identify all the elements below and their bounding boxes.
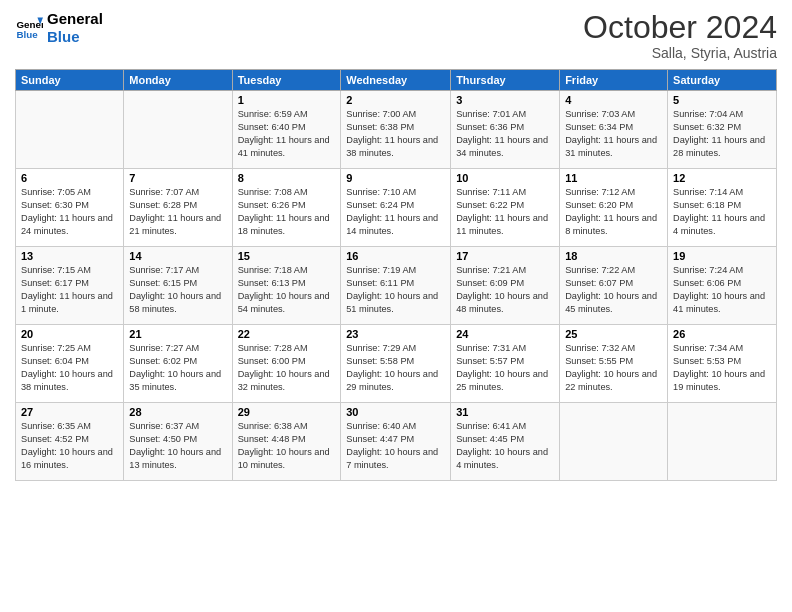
day-number: 25 bbox=[565, 328, 662, 340]
header: General Blue General Blue October 2024 S… bbox=[15, 10, 777, 61]
month-title: October 2024 bbox=[583, 10, 777, 45]
day-number: 8 bbox=[238, 172, 336, 184]
logo-general: General bbox=[47, 10, 103, 28]
calendar-cell: 18Sunrise: 7:22 AM Sunset: 6:07 PM Dayli… bbox=[560, 247, 668, 325]
calendar-cell: 1Sunrise: 6:59 AM Sunset: 6:40 PM Daylig… bbox=[232, 91, 341, 169]
day-number: 10 bbox=[456, 172, 554, 184]
calendar-cell: 8Sunrise: 7:08 AM Sunset: 6:26 PM Daylig… bbox=[232, 169, 341, 247]
day-header-sunday: Sunday bbox=[16, 70, 124, 91]
day-number: 4 bbox=[565, 94, 662, 106]
calendar-cell: 31Sunrise: 6:41 AM Sunset: 4:45 PM Dayli… bbox=[451, 403, 560, 481]
logo-icon: General Blue bbox=[15, 14, 43, 42]
day-number: 20 bbox=[21, 328, 118, 340]
calendar-cell: 26Sunrise: 7:34 AM Sunset: 5:53 PM Dayli… bbox=[668, 325, 777, 403]
day-number: 26 bbox=[673, 328, 771, 340]
calendar-table: SundayMondayTuesdayWednesdayThursdayFrid… bbox=[15, 69, 777, 481]
day-info: Sunrise: 7:05 AM Sunset: 6:30 PM Dayligh… bbox=[21, 186, 118, 238]
day-header-thursday: Thursday bbox=[451, 70, 560, 91]
calendar-cell: 7Sunrise: 7:07 AM Sunset: 6:28 PM Daylig… bbox=[124, 169, 232, 247]
calendar-cell: 27Sunrise: 6:35 AM Sunset: 4:52 PM Dayli… bbox=[16, 403, 124, 481]
calendar-cell: 13Sunrise: 7:15 AM Sunset: 6:17 PM Dayli… bbox=[16, 247, 124, 325]
day-header-tuesday: Tuesday bbox=[232, 70, 341, 91]
day-info: Sunrise: 7:25 AM Sunset: 6:04 PM Dayligh… bbox=[21, 342, 118, 394]
day-header-saturday: Saturday bbox=[668, 70, 777, 91]
day-info: Sunrise: 7:07 AM Sunset: 6:28 PM Dayligh… bbox=[129, 186, 226, 238]
calendar-cell bbox=[560, 403, 668, 481]
day-number: 14 bbox=[129, 250, 226, 262]
day-info: Sunrise: 7:32 AM Sunset: 5:55 PM Dayligh… bbox=[565, 342, 662, 394]
week-row-4: 20Sunrise: 7:25 AM Sunset: 6:04 PM Dayli… bbox=[16, 325, 777, 403]
day-info: Sunrise: 7:15 AM Sunset: 6:17 PM Dayligh… bbox=[21, 264, 118, 316]
calendar-cell: 9Sunrise: 7:10 AM Sunset: 6:24 PM Daylig… bbox=[341, 169, 451, 247]
day-number: 5 bbox=[673, 94, 771, 106]
calendar-cell bbox=[16, 91, 124, 169]
calendar-cell: 22Sunrise: 7:28 AM Sunset: 6:00 PM Dayli… bbox=[232, 325, 341, 403]
week-row-5: 27Sunrise: 6:35 AM Sunset: 4:52 PM Dayli… bbox=[16, 403, 777, 481]
calendar-cell: 14Sunrise: 7:17 AM Sunset: 6:15 PM Dayli… bbox=[124, 247, 232, 325]
day-info: Sunrise: 6:38 AM Sunset: 4:48 PM Dayligh… bbox=[238, 420, 336, 472]
day-info: Sunrise: 6:59 AM Sunset: 6:40 PM Dayligh… bbox=[238, 108, 336, 160]
day-number: 19 bbox=[673, 250, 771, 262]
week-row-1: 1Sunrise: 6:59 AM Sunset: 6:40 PM Daylig… bbox=[16, 91, 777, 169]
day-info: Sunrise: 7:34 AM Sunset: 5:53 PM Dayligh… bbox=[673, 342, 771, 394]
calendar-cell: 25Sunrise: 7:32 AM Sunset: 5:55 PM Dayli… bbox=[560, 325, 668, 403]
day-info: Sunrise: 6:37 AM Sunset: 4:50 PM Dayligh… bbox=[129, 420, 226, 472]
day-number: 6 bbox=[21, 172, 118, 184]
day-number: 24 bbox=[456, 328, 554, 340]
day-number: 1 bbox=[238, 94, 336, 106]
day-info: Sunrise: 7:24 AM Sunset: 6:06 PM Dayligh… bbox=[673, 264, 771, 316]
day-info: Sunrise: 7:01 AM Sunset: 6:36 PM Dayligh… bbox=[456, 108, 554, 160]
day-info: Sunrise: 7:21 AM Sunset: 6:09 PM Dayligh… bbox=[456, 264, 554, 316]
calendar-cell: 10Sunrise: 7:11 AM Sunset: 6:22 PM Dayli… bbox=[451, 169, 560, 247]
day-number: 16 bbox=[346, 250, 445, 262]
calendar-page: General Blue General Blue October 2024 S… bbox=[0, 0, 792, 612]
day-info: Sunrise: 7:00 AM Sunset: 6:38 PM Dayligh… bbox=[346, 108, 445, 160]
day-info: Sunrise: 7:03 AM Sunset: 6:34 PM Dayligh… bbox=[565, 108, 662, 160]
calendar-cell bbox=[668, 403, 777, 481]
day-info: Sunrise: 7:04 AM Sunset: 6:32 PM Dayligh… bbox=[673, 108, 771, 160]
day-number: 22 bbox=[238, 328, 336, 340]
location: Salla, Styria, Austria bbox=[583, 45, 777, 61]
day-info: Sunrise: 7:14 AM Sunset: 6:18 PM Dayligh… bbox=[673, 186, 771, 238]
calendar-cell: 3Sunrise: 7:01 AM Sunset: 6:36 PM Daylig… bbox=[451, 91, 560, 169]
calendar-cell: 11Sunrise: 7:12 AM Sunset: 6:20 PM Dayli… bbox=[560, 169, 668, 247]
day-number: 11 bbox=[565, 172, 662, 184]
day-number: 7 bbox=[129, 172, 226, 184]
day-info: Sunrise: 7:11 AM Sunset: 6:22 PM Dayligh… bbox=[456, 186, 554, 238]
day-number: 9 bbox=[346, 172, 445, 184]
logo: General Blue General Blue bbox=[15, 10, 103, 46]
day-number: 18 bbox=[565, 250, 662, 262]
calendar-cell: 23Sunrise: 7:29 AM Sunset: 5:58 PM Dayli… bbox=[341, 325, 451, 403]
calendar-cell: 4Sunrise: 7:03 AM Sunset: 6:34 PM Daylig… bbox=[560, 91, 668, 169]
day-number: 13 bbox=[21, 250, 118, 262]
calendar-cell bbox=[124, 91, 232, 169]
day-info: Sunrise: 6:40 AM Sunset: 4:47 PM Dayligh… bbox=[346, 420, 445, 472]
calendar-cell: 6Sunrise: 7:05 AM Sunset: 6:30 PM Daylig… bbox=[16, 169, 124, 247]
day-number: 15 bbox=[238, 250, 336, 262]
day-header-monday: Monday bbox=[124, 70, 232, 91]
calendar-cell: 15Sunrise: 7:18 AM Sunset: 6:13 PM Dayli… bbox=[232, 247, 341, 325]
day-number: 12 bbox=[673, 172, 771, 184]
day-info: Sunrise: 7:27 AM Sunset: 6:02 PM Dayligh… bbox=[129, 342, 226, 394]
day-info: Sunrise: 7:08 AM Sunset: 6:26 PM Dayligh… bbox=[238, 186, 336, 238]
calendar-cell: 17Sunrise: 7:21 AM Sunset: 6:09 PM Dayli… bbox=[451, 247, 560, 325]
calendar-cell: 12Sunrise: 7:14 AM Sunset: 6:18 PM Dayli… bbox=[668, 169, 777, 247]
calendar-cell: 28Sunrise: 6:37 AM Sunset: 4:50 PM Dayli… bbox=[124, 403, 232, 481]
week-row-2: 6Sunrise: 7:05 AM Sunset: 6:30 PM Daylig… bbox=[16, 169, 777, 247]
day-info: Sunrise: 7:31 AM Sunset: 5:57 PM Dayligh… bbox=[456, 342, 554, 394]
day-info: Sunrise: 6:35 AM Sunset: 4:52 PM Dayligh… bbox=[21, 420, 118, 472]
calendar-cell: 21Sunrise: 7:27 AM Sunset: 6:02 PM Dayli… bbox=[124, 325, 232, 403]
day-number: 31 bbox=[456, 406, 554, 418]
day-info: Sunrise: 7:12 AM Sunset: 6:20 PM Dayligh… bbox=[565, 186, 662, 238]
day-number: 2 bbox=[346, 94, 445, 106]
week-row-3: 13Sunrise: 7:15 AM Sunset: 6:17 PM Dayli… bbox=[16, 247, 777, 325]
day-info: Sunrise: 7:29 AM Sunset: 5:58 PM Dayligh… bbox=[346, 342, 445, 394]
calendar-cell: 20Sunrise: 7:25 AM Sunset: 6:04 PM Dayli… bbox=[16, 325, 124, 403]
calendar-cell: 16Sunrise: 7:19 AM Sunset: 6:11 PM Dayli… bbox=[341, 247, 451, 325]
calendar-cell: 5Sunrise: 7:04 AM Sunset: 6:32 PM Daylig… bbox=[668, 91, 777, 169]
day-number: 28 bbox=[129, 406, 226, 418]
day-info: Sunrise: 7:19 AM Sunset: 6:11 PM Dayligh… bbox=[346, 264, 445, 316]
day-info: Sunrise: 7:10 AM Sunset: 6:24 PM Dayligh… bbox=[346, 186, 445, 238]
title-block: October 2024 Salla, Styria, Austria bbox=[583, 10, 777, 61]
day-number: 27 bbox=[21, 406, 118, 418]
